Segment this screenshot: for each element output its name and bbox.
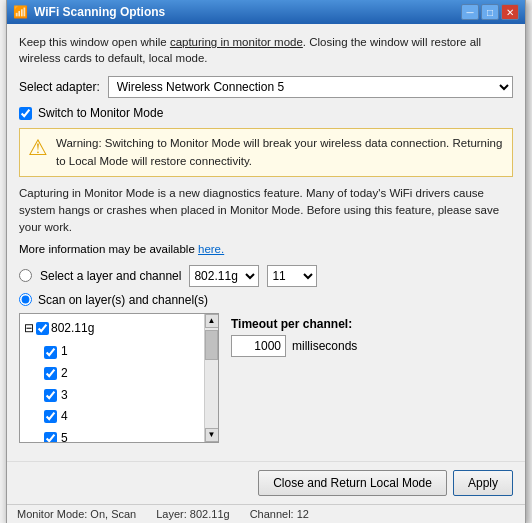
scroll-down-arrow[interactable]: ▼ [205,428,219,442]
window-title: WiFi Scanning Options [34,5,165,19]
layer-status: Layer: 802.11g [156,508,229,520]
channel-item-5: 5 [44,428,200,442]
warning-box: ⚠ Warning: Switching to Monitor Mode wil… [19,128,513,177]
intro-text: Keep this window open while capturing in… [19,34,513,66]
channel-item-2: 2 [44,363,200,385]
monitor-mode-row: Switch to Monitor Mode [19,106,513,120]
status-bar: Monitor Mode: On, Scan Layer: 802.11g Ch… [7,504,525,523]
monitor-mode-status: Monitor Mode: On, Scan [17,508,136,520]
warning-text: Warning: Switching to Monitor Mode will … [56,135,504,170]
scan-radio-label: Scan on layer(s) and channel(s) [38,293,208,307]
channel-label-4: 4 [61,406,68,428]
wifi-icon: 📶 [13,5,28,19]
channel-list[interactable]: ⊟ 802.11g 1 [20,314,204,442]
scroll-up-arrow[interactable]: ▲ [205,314,219,328]
minimize-button[interactable]: ─ [461,4,479,20]
close-local-button[interactable]: Close and Return Local Mode [258,470,447,496]
channel-item-4: 4 [44,406,200,428]
channel-list-wrapper: ⊟ 802.11g 1 [19,313,219,443]
main-window: 📶 WiFi Scanning Options ─ □ ✕ Keep this … [6,0,526,523]
tree-expand-icon: ⊟ [24,318,34,340]
channel-checkbox-4[interactable] [44,410,57,423]
adapter-row: Select adapter: Wireless Network Connect… [19,76,513,98]
layer-select[interactable]: 802.11g 802.11b 802.11a [189,265,259,287]
channel-parent-label: 802.11g [51,318,94,340]
warning-icon: ⚠ [28,135,48,170]
channel-label-5: 5 [61,428,68,442]
more-info-link[interactable]: here. [198,243,224,255]
channel-item-3: 3 [44,385,200,407]
channel-checkbox-2[interactable] [44,367,57,380]
layer-channel-row: Select a layer and channel 802.11g 802.1… [19,265,513,287]
channel-parent-checkbox[interactable] [36,322,49,335]
scroll-thumb[interactable] [205,330,218,360]
timeout-input[interactable]: 1000 [231,335,286,357]
timeout-value-row: 1000 milliseconds [231,335,357,357]
monitor-mode-checkbox[interactable] [19,107,32,120]
channel-checkbox-3[interactable] [44,389,57,402]
timeout-label: Timeout per channel: [231,317,357,331]
main-content: Keep this window open while capturing in… [7,24,525,460]
layer-channel-radio[interactable] [19,269,32,282]
maximize-button[interactable]: □ [481,4,499,20]
channel-parent: ⊟ 802.11g [24,318,200,340]
scan-section: Scan on layer(s) and channel(s) ⊟ 802.11… [19,293,513,443]
channel-label-1: 1 [61,341,68,363]
channel-label-2: 2 [61,363,68,385]
scan-radio[interactable] [19,293,32,306]
buttons-row: Close and Return Local Mode Apply [7,461,525,504]
channel-checkbox-5[interactable] [44,432,57,442]
milliseconds-label: milliseconds [292,339,357,353]
scroll-track [205,328,218,428]
more-info-row: More information may be available here. [19,243,513,255]
info-text: Capturing in Monitor Mode is a new diagn… [19,185,513,237]
channel-label-3: 3 [61,385,68,407]
scan-radio-row: Scan on layer(s) and channel(s) [19,293,513,307]
apply-button[interactable]: Apply [453,470,513,496]
layer-channel-inline: Select a layer and channel 802.11g 802.1… [19,265,317,287]
scrollbar: ▲ ▼ [204,314,218,442]
more-info-text: More information may be available [19,243,195,255]
adapter-select[interactable]: Wireless Network Connection 5 Wireless N… [108,76,513,98]
channel-checkbox-1[interactable] [44,346,57,359]
channel-select[interactable]: 11 1 6 [267,265,317,287]
monitor-mode-label: Switch to Monitor Mode [38,106,163,120]
title-bar: 📶 WiFi Scanning Options ─ □ ✕ [7,0,525,24]
channel-children: 1 2 3 [24,341,200,441]
title-controls: ─ □ ✕ [461,4,519,20]
timeout-section: Timeout per channel: 1000 milliseconds [231,313,357,443]
channel-tree: ⊟ 802.11g 1 [24,318,200,442]
title-bar-left: 📶 WiFi Scanning Options [13,5,165,19]
layer-channel-label: Select a layer and channel [40,269,181,283]
channel-status: Channel: 12 [250,508,309,520]
scan-channels-row: ⊟ 802.11g 1 [19,313,513,443]
channel-item-1: 1 [44,341,200,363]
adapter-label: Select adapter: [19,80,100,94]
close-button[interactable]: ✕ [501,4,519,20]
